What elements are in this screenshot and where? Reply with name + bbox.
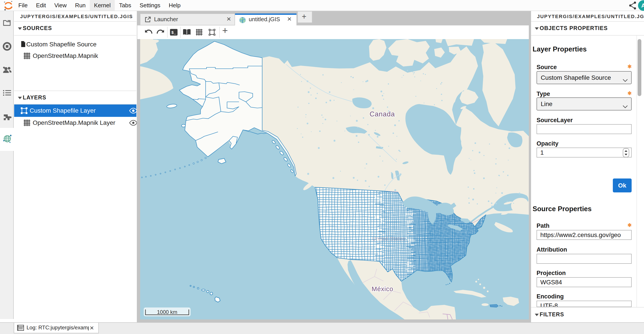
svg-text:United States: United States (372, 236, 406, 242)
svg-text:Canada: Canada (370, 110, 395, 118)
svg-text:México: México (372, 285, 393, 293)
svg-text:1000 km: 1000 km (157, 309, 177, 315)
svg-text:$_: $_ (171, 30, 176, 35)
